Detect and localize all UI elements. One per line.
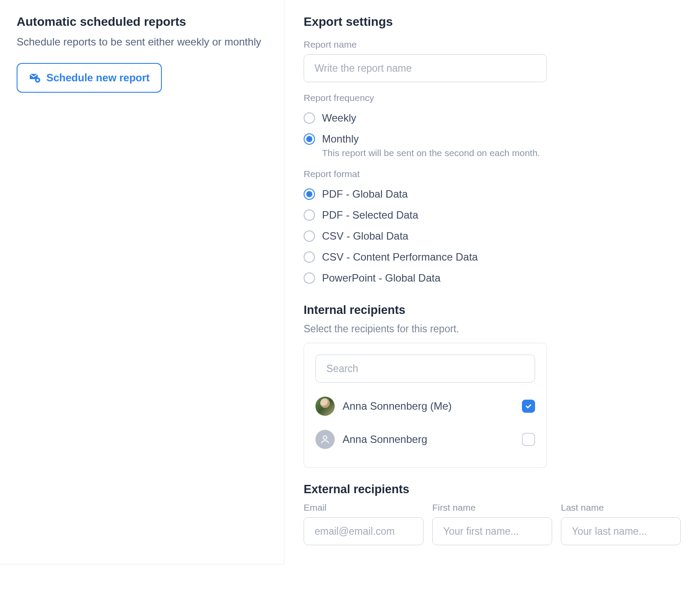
format-option-label: PDF - Global Data [322, 188, 408, 200]
recipient-name: Anna Sonnenberg [343, 433, 514, 446]
format-option-label: PowerPoint - Global Data [322, 272, 441, 284]
radio-icon [304, 188, 315, 200]
radio-icon [304, 133, 315, 145]
export-settings-title: Export settings [304, 15, 681, 29]
format-option-label: CSV - Global Data [322, 230, 408, 242]
external-recipients-title: External recipients [304, 483, 681, 496]
mail-plus-icon [29, 73, 40, 83]
recipient-row: Anna Sonnenberg [315, 423, 535, 456]
frequency-weekly-label: Weekly [322, 112, 356, 124]
radio-icon [304, 251, 315, 263]
schedule-new-report-label: Schedule new report [46, 72, 150, 84]
radio-icon [304, 230, 315, 242]
format-csv-content-radio[interactable]: CSV - Content Performance Data [304, 247, 681, 268]
avatar [315, 397, 335, 416]
radio-icon [304, 272, 315, 284]
schedule-new-report-button[interactable]: Schedule new report [17, 63, 162, 93]
svg-point-1 [323, 436, 327, 439]
format-option-label: PDF - Selected Data [322, 209, 418, 221]
recipient-name: Anna Sonnenberg (Me) [343, 400, 514, 412]
email-label: Email [304, 502, 424, 513]
format-ppt-global-radio[interactable]: PowerPoint - Global Data [304, 268, 681, 289]
internal-recipients-box: Anna Sonnenberg (Me) Anna Sonnenberg [304, 343, 547, 468]
frequency-weekly-radio[interactable]: Weekly [304, 108, 681, 129]
recipient-checkbox[interactable] [522, 400, 535, 413]
first-name-label: First name [432, 502, 552, 513]
frequency-monthly-label: Monthly [322, 133, 359, 145]
person-icon [320, 434, 330, 445]
radio-icon [304, 209, 315, 221]
recipient-search-input[interactable] [315, 355, 535, 383]
scheduled-reports-title: Automatic scheduled reports [17, 15, 267, 29]
format-csv-global-radio[interactable]: CSV - Global Data [304, 226, 681, 247]
report-format-label: Report format [304, 169, 681, 179]
scheduled-reports-desc: Schedule reports to be sent either weekl… [17, 35, 267, 49]
avatar [315, 430, 335, 449]
internal-recipients-desc: Select the recipients for this report. [304, 323, 681, 335]
report-name-label: Report name [304, 39, 681, 50]
format-option-label: CSV - Content Performance Data [322, 251, 478, 263]
report-frequency-label: Report frequency [304, 93, 681, 103]
external-first-name-input[interactable] [432, 517, 552, 545]
frequency-monthly-radio[interactable]: Monthly [304, 129, 681, 150]
format-pdf-global-radio[interactable]: PDF - Global Data [304, 184, 681, 205]
internal-recipients-title: Internal recipients [304, 303, 681, 317]
frequency-monthly-note: This report will be sent on the second o… [322, 148, 681, 158]
recipient-checkbox[interactable] [522, 433, 535, 446]
external-last-name-input[interactable] [561, 517, 681, 545]
check-icon [525, 403, 532, 410]
radio-icon [304, 112, 315, 124]
format-pdf-selected-radio[interactable]: PDF - Selected Data [304, 205, 681, 226]
external-email-input[interactable] [304, 517, 424, 545]
report-name-input[interactable] [304, 54, 547, 82]
recipient-row: Anna Sonnenberg (Me) [315, 390, 535, 423]
last-name-label: Last name [561, 502, 681, 513]
